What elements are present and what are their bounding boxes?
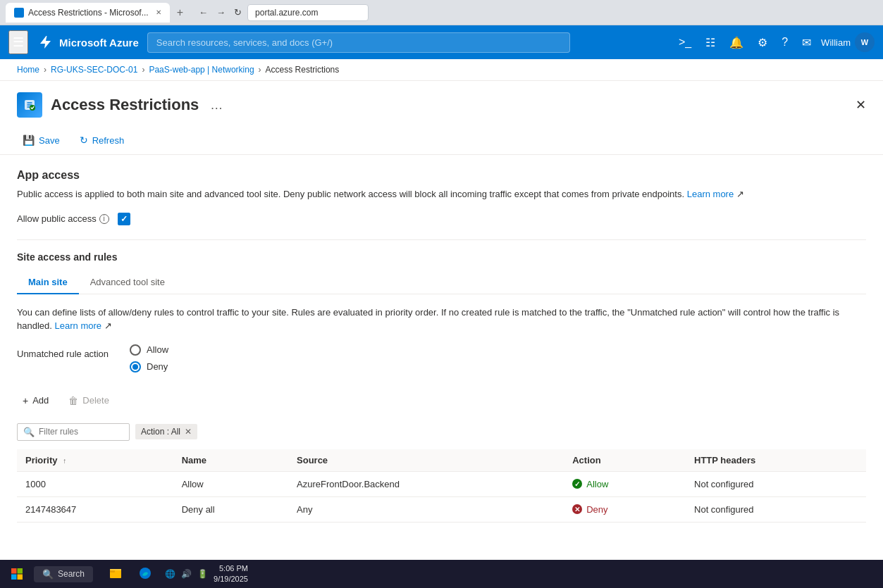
explorer-icon bbox=[109, 566, 123, 580]
page-icon-svg bbox=[23, 98, 37, 112]
windows-logo-icon bbox=[11, 568, 23, 580]
allow-radio-option[interactable]: Allow bbox=[130, 344, 168, 356]
col-header-priority: Priority ↑ bbox=[17, 449, 173, 472]
azure-logo: Microsoft Azure bbox=[37, 34, 139, 51]
checkmark-icon: ✓ bbox=[121, 214, 128, 224]
page-header: Access Restrictions … ✕ 💾 Save ↻ Refresh bbox=[0, 81, 883, 155]
rules-table: Priority ↑ Name Source Action HTTP heade… bbox=[17, 449, 866, 523]
page-close-button[interactable]: ✕ bbox=[856, 97, 866, 113]
col-header-action: Action bbox=[564, 449, 686, 472]
page-options-button[interactable]: … bbox=[210, 98, 223, 113]
user-info[interactable]: William W bbox=[821, 32, 875, 52]
system-clock[interactable]: 5:06 PM 9/19/2025 bbox=[214, 563, 248, 585]
save-icon: 💾 bbox=[23, 135, 35, 146]
add-rule-button[interactable]: + Add bbox=[17, 392, 54, 409]
tab-favicon bbox=[14, 8, 24, 18]
volume-icon[interactable]: 🔊 bbox=[181, 569, 192, 579]
tab-advanced-tool-site[interactable]: Advanced tool site bbox=[79, 271, 176, 294]
rules-learn-more[interactable]: Learn more bbox=[55, 320, 101, 331]
taskbar-explorer[interactable] bbox=[101, 560, 130, 588]
filter-input-wrapper[interactable]: 🔍 bbox=[17, 423, 130, 441]
row-priority: 2147483647 bbox=[17, 496, 173, 522]
user-avatar: W bbox=[855, 32, 875, 52]
table-row[interactable]: 2147483647 Deny all Any ✕Deny Not config… bbox=[17, 496, 866, 522]
tab-title: Access Restrictions - Microsof... bbox=[28, 8, 149, 18]
breadcrumb-sep-3: › bbox=[259, 65, 261, 75]
app-access-title: App access bbox=[17, 169, 866, 182]
back-button[interactable]: ← bbox=[196, 4, 211, 20]
filter-tag-close-button[interactable]: ✕ bbox=[185, 427, 192, 437]
global-search-input[interactable] bbox=[147, 32, 570, 53]
breadcrumb-resource-group[interactable]: RG-UKS-SEC-DOC-01 bbox=[51, 65, 137, 75]
forward-button[interactable]: → bbox=[214, 4, 228, 20]
address-bar[interactable] bbox=[247, 4, 369, 21]
unmatched-rule-row: Unmatched rule action Allow Deny bbox=[17, 344, 866, 373]
allow-public-access-label: Allow public access i bbox=[17, 213, 109, 224]
breadcrumb-home[interactable]: Home bbox=[17, 65, 39, 75]
clock-date: 9/19/2025 bbox=[214, 574, 248, 584]
row-http: Not configured bbox=[686, 471, 866, 496]
breadcrumb-current: Access Restrictions bbox=[266, 65, 340, 75]
browser-tab[interactable]: Access Restrictions - Microsof... ✕ bbox=[6, 3, 170, 23]
row-action: ✓Allow bbox=[564, 471, 686, 496]
filter-tag-action-all: Action : All ✕ bbox=[135, 424, 197, 439]
allow-public-access-checkbox[interactable]: ✓ bbox=[118, 213, 130, 225]
rules-table-body: 1000 Allow AzureFrontDoor.Backend ✓Allow… bbox=[17, 471, 866, 522]
row-source: Any bbox=[288, 496, 564, 522]
battery-icon[interactable]: 🔋 bbox=[197, 569, 208, 579]
allow-radio-label: Allow bbox=[147, 344, 168, 355]
deny-radio-option[interactable]: Deny bbox=[130, 361, 168, 373]
app-access-learn-more[interactable]: Learn more bbox=[687, 189, 734, 199]
svg-rect-8 bbox=[110, 569, 121, 570]
sys-tray: 🌐 🔊 🔋 5:06 PM 9/19/2025 bbox=[165, 563, 248, 585]
menu-hamburger-button[interactable]: ☰ bbox=[8, 30, 28, 54]
tab-close-button[interactable]: ✕ bbox=[156, 8, 161, 16]
allow-public-access-info-icon[interactable]: i bbox=[99, 214, 109, 224]
col-header-name: Name bbox=[173, 449, 288, 472]
topbar-actions: >_ ☷ 🔔 ⚙ ? ✉ William W bbox=[674, 32, 875, 54]
allow-radio-circle bbox=[130, 344, 141, 356]
svg-rect-2 bbox=[11, 568, 17, 574]
notifications-button[interactable]: 🔔 bbox=[725, 32, 748, 54]
cloud-shell-button[interactable]: >_ bbox=[674, 32, 696, 53]
breadcrumb-sep-1: › bbox=[44, 65, 47, 75]
tab-main-site[interactable]: Main site bbox=[17, 271, 79, 294]
delete-rule-button[interactable]: 🗑 Delete bbox=[63, 392, 115, 409]
clock-time: 5:06 PM bbox=[214, 563, 248, 574]
deny-radio-label: Deny bbox=[147, 361, 168, 372]
new-tab-button[interactable]: + bbox=[173, 5, 187, 20]
row-priority: 1000 bbox=[17, 471, 173, 496]
portal-settings-button[interactable]: ☷ bbox=[701, 32, 720, 54]
page-icon bbox=[17, 92, 42, 118]
help-button[interactable]: ? bbox=[777, 32, 792, 53]
taskbar-search-icon: 🔍 bbox=[42, 569, 54, 580]
breadcrumb: Home › RG-UKS-SEC-DOC-01 › PaaS-web-app … bbox=[0, 59, 883, 81]
priority-sort-icon[interactable]: ↑ bbox=[63, 457, 66, 465]
taskbar-search[interactable]: 🔍 Search bbox=[34, 566, 93, 582]
azure-topbar: ☰ Microsoft Azure >_ ☷ 🔔 ⚙ ? ✉ William W bbox=[0, 25, 883, 59]
table-row[interactable]: 1000 Allow AzureFrontDoor.Backend ✓Allow… bbox=[17, 471, 866, 496]
svg-rect-3 bbox=[18, 568, 23, 574]
main-content: App access Public access is applied to b… bbox=[0, 155, 883, 577]
taskbar-edge[interactable] bbox=[131, 560, 159, 588]
network-icon[interactable]: 🌐 bbox=[165, 569, 175, 579]
start-button[interactable] bbox=[6, 563, 28, 585]
filter-bar: 🔍 Action : All ✕ bbox=[17, 423, 866, 441]
row-name: Allow bbox=[173, 471, 288, 496]
save-button[interactable]: 💾 Save bbox=[17, 132, 66, 149]
azure-logo-icon bbox=[37, 34, 54, 51]
row-source: AzureFrontDoor.Backend bbox=[288, 471, 564, 496]
user-name: William bbox=[821, 37, 851, 48]
filter-rules-input[interactable] bbox=[39, 427, 123, 437]
row-action: ✕Deny bbox=[564, 496, 686, 522]
checkbox-checked[interactable]: ✓ bbox=[118, 213, 130, 225]
breadcrumb-networking[interactable]: PaaS-web-app | Networking bbox=[149, 65, 254, 75]
feedback-button[interactable]: ✉ bbox=[798, 32, 815, 54]
reload-button[interactable]: ↻ bbox=[231, 4, 245, 20]
svg-rect-4 bbox=[11, 575, 17, 580]
browser-controls: ← → ↻ bbox=[196, 4, 369, 21]
add-label: Add bbox=[32, 395, 49, 406]
settings-button[interactable]: ⚙ bbox=[753, 32, 772, 54]
rules-description: You can define lists of allow/deny rules… bbox=[17, 306, 866, 333]
refresh-button[interactable]: ↻ Refresh bbox=[74, 132, 130, 149]
